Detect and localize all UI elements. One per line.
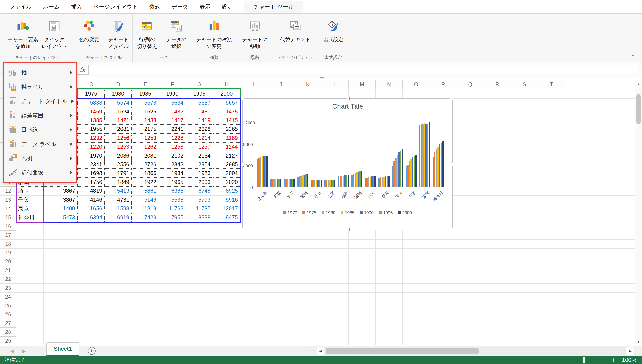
cell[interactable] [484, 337, 511, 345]
cell[interactable]: 1849 [105, 178, 132, 186]
cell[interactable] [44, 248, 78, 257]
cell[interactable] [457, 240, 484, 248]
cell[interactable] [484, 266, 511, 275]
cell[interactable] [105, 266, 132, 275]
cell[interactable]: 5634 [159, 99, 186, 107]
cell[interactable] [321, 257, 349, 266]
menu-item-gridlines[interactable]: 目盛線 [4, 123, 77, 137]
cell[interactable]: 1756 [78, 178, 105, 186]
cell[interactable] [484, 275, 511, 284]
cell[interactable] [159, 266, 186, 275]
cell[interactable] [376, 328, 403, 336]
cell[interactable] [430, 231, 457, 240]
cell[interactable] [132, 301, 159, 310]
zoom-level[interactable]: 100% [622, 356, 636, 364]
cell[interactable] [484, 310, 511, 319]
cell[interactable]: 1524 [105, 107, 132, 116]
cell[interactable] [511, 169, 538, 178]
cell[interactable] [186, 301, 213, 310]
cell[interactable] [538, 301, 565, 310]
cell[interactable] [44, 319, 78, 328]
column-header-Q[interactable]: Q [457, 80, 484, 89]
change-chart-type-button[interactable]: チャートの種類の変更 [196, 16, 232, 53]
cell[interactable]: 12017 [213, 204, 240, 213]
cell[interactable] [457, 213, 484, 222]
cell[interactable] [213, 337, 240, 345]
cell[interactable] [511, 187, 538, 195]
cell[interactable] [267, 301, 294, 310]
bar[interactable] [324, 180, 326, 187]
column-header-E[interactable]: E [132, 80, 159, 89]
cell[interactable] [105, 257, 132, 266]
vertical-scroll-thumb[interactable] [636, 94, 641, 124]
cell[interactable]: 3867 [44, 196, 78, 204]
cell[interactable] [457, 301, 484, 310]
cell[interactable] [376, 89, 403, 98]
cell[interactable] [511, 275, 538, 284]
cell[interactable]: 5574 [105, 99, 132, 107]
cell[interactable] [294, 89, 321, 98]
cell[interactable] [511, 248, 538, 257]
cell[interactable] [132, 284, 159, 292]
cell[interactable] [403, 293, 430, 301]
selection-handle[interactable] [347, 228, 350, 231]
cell[interactable] [240, 310, 267, 319]
cell[interactable] [321, 266, 349, 275]
bar[interactable] [277, 179, 278, 187]
cell[interactable] [403, 248, 430, 257]
cell[interactable] [213, 301, 240, 310]
bar[interactable] [319, 180, 320, 187]
cell[interactable] [267, 310, 294, 319]
cell[interactable] [78, 293, 105, 301]
cell[interactable] [294, 301, 321, 310]
cell[interactable] [213, 257, 240, 266]
cell[interactable]: 5657 [213, 99, 240, 107]
cell[interactable] [186, 284, 213, 292]
column-header-T[interactable]: T [538, 80, 565, 89]
legend-item[interactable]: 1990 [360, 210, 374, 216]
cell[interactable] [538, 187, 565, 195]
cell[interactable] [132, 310, 159, 319]
cell[interactable] [294, 310, 321, 319]
column-header-M[interactable]: M [349, 80, 376, 89]
bar[interactable] [415, 155, 416, 187]
column-header-J[interactable]: J [267, 80, 294, 89]
cell[interactable]: 1866 [132, 169, 159, 178]
row-header-17[interactable]: 17 [0, 231, 16, 240]
cell[interactable] [430, 257, 457, 266]
cell[interactable] [376, 337, 403, 345]
cell[interactable]: 1980 [105, 89, 132, 98]
cell[interactable] [349, 257, 376, 266]
cell[interactable] [430, 248, 457, 257]
cell[interactable] [78, 328, 105, 336]
bar[interactable] [439, 144, 440, 187]
cell[interactable] [132, 222, 159, 231]
cell[interactable]: 1525 [132, 107, 159, 116]
cell[interactable] [159, 257, 186, 266]
cell[interactable] [267, 293, 294, 301]
cell[interactable] [159, 240, 186, 248]
cell[interactable] [321, 240, 349, 248]
cell[interactable]: 5413 [105, 187, 132, 195]
bar[interactable] [405, 166, 407, 187]
cell[interactable] [484, 125, 511, 134]
row-header-26[interactable]: 26 [0, 310, 16, 319]
cell[interactable] [132, 257, 159, 266]
bar[interactable] [344, 176, 346, 187]
cell[interactable] [430, 328, 457, 336]
cell[interactable] [267, 89, 294, 98]
cell[interactable] [538, 328, 565, 336]
cell[interactable] [376, 310, 403, 319]
cell[interactable] [538, 107, 565, 116]
cell[interactable] [44, 284, 78, 292]
bar[interactable] [402, 150, 403, 187]
menu-item-axis-labels[interactable]: 軸ラベル [4, 80, 77, 94]
cell[interactable] [376, 266, 403, 275]
cell[interactable] [294, 293, 321, 301]
bar[interactable] [328, 180, 329, 187]
cell[interactable]: 千葉 [16, 196, 44, 204]
cell[interactable] [78, 319, 105, 328]
cell[interactable] [484, 169, 511, 178]
bar[interactable] [412, 157, 413, 187]
cell[interactable] [44, 240, 78, 248]
